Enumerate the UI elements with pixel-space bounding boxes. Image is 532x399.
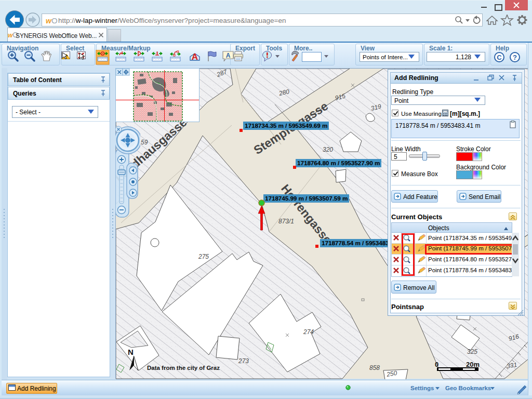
svg-text:275: 275 [198,253,209,260]
svg-text:?: ? [513,54,517,61]
svg-text:274: 274 [303,328,314,336]
svg-text:320: 320 [323,146,333,153]
svg-text:N: N [128,348,134,356]
svg-text:Herrengasse: Herrengasse [278,182,335,247]
svg-text:273: 273 [238,357,249,365]
svg-text:A: A [192,52,198,62]
svg-text:873/1: 873/1 [278,218,294,225]
svg-text:C: C [497,54,502,61]
svg-text:858: 858 [369,364,380,371]
svg-text:20m: 20m [466,361,480,368]
svg-text:59: 59 [141,139,148,146]
svg-text:325: 325 [467,348,477,355]
svg-text:0: 0 [435,361,438,368]
svg-text:Data from the city of Graz: Data from the city of Graz [147,365,220,371]
svg-text:A: A [226,52,231,59]
